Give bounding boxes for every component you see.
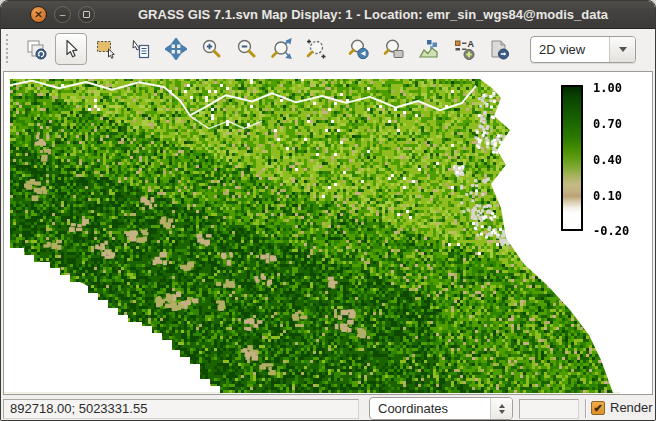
- statusbar-separator: [585, 399, 586, 418]
- save-display-button[interactable]: [483, 33, 515, 65]
- legend-label: 0.40: [593, 153, 622, 167]
- map-toolbar: A 2D view: [1, 29, 655, 69]
- render-checkbox-label: Render: [610, 400, 653, 415]
- grass-map-display-window: ✕ – GRASS GIS 7.1.svn Map Display: 1 - L…: [0, 0, 656, 421]
- zoom-out-button[interactable]: [230, 33, 262, 65]
- view-mode-dropdown[interactable]: 2D view: [530, 36, 636, 63]
- statusbar-mode-value: Coordinates: [370, 401, 490, 416]
- zoom-options-icon: [383, 38, 405, 60]
- zoom-to-region-icon: [305, 38, 327, 60]
- toolbar-grip-handle[interactable]: [4, 34, 11, 64]
- close-icon[interactable]: ✕: [30, 6, 47, 23]
- query-button[interactable]: [125, 33, 157, 65]
- pointer-button[interactable]: [55, 33, 87, 65]
- select-features-icon: [95, 38, 117, 60]
- zoom-to-region-button[interactable]: [300, 33, 332, 65]
- coordinate-readout: 892718.00; 5023331.55: [3, 399, 359, 419]
- add-map-elements-icon: A: [453, 38, 475, 60]
- statusbar: 892718.00; 5023331.55 Coordinates ✔ Rend…: [1, 396, 655, 421]
- spinner-arrows-icon[interactable]: [490, 398, 512, 419]
- pan-icon: [165, 38, 187, 60]
- legend-label: -0.20: [593, 224, 629, 238]
- add-map-elements-button[interactable]: A: [448, 33, 480, 65]
- analyze-map-button[interactable]: [413, 33, 445, 65]
- view-mode-value: 2D view: [531, 42, 609, 57]
- pointer-icon: [60, 38, 82, 60]
- render-map-icon: [25, 38, 47, 60]
- query-icon: [130, 38, 152, 60]
- select-features-button[interactable]: [90, 33, 122, 65]
- map-display-area: 1.00 0.70 0.40 0.10 -0.20: [3, 71, 653, 395]
- chevron-down-icon: [619, 47, 627, 52]
- zoom-to-extent-button[interactable]: [265, 33, 297, 65]
- raster-legend: 1.00 0.70 0.40 0.10 -0.20: [561, 85, 641, 235]
- pan-button[interactable]: [160, 33, 192, 65]
- titlebar[interactable]: ✕ – GRASS GIS 7.1.svn Map Display: 1 - L…: [1, 1, 655, 29]
- legend-label: 0.10: [593, 189, 622, 203]
- save-display-icon: [488, 38, 510, 60]
- statusbar-progress-area: [519, 399, 579, 419]
- legend-label: 0.70: [593, 117, 622, 131]
- render-checkbox[interactable]: ✔: [591, 401, 605, 415]
- zoom-in-icon: [200, 38, 222, 60]
- zoom-out-icon: [235, 38, 257, 60]
- legend-label: 1.00: [593, 81, 622, 95]
- zoom-options-button[interactable]: [378, 33, 410, 65]
- analyze-map-icon: [418, 38, 440, 60]
- dropdown-arrow-button[interactable]: [609, 37, 635, 62]
- zoom-in-button[interactable]: [195, 33, 227, 65]
- zoom-back-button[interactable]: [343, 33, 375, 65]
- window-title: GRASS GIS 7.1.svn Map Display: 1 - Locat…: [111, 1, 635, 29]
- statusbar-mode-dropdown[interactable]: Coordinates: [369, 397, 513, 420]
- zoom-back-icon: [348, 38, 370, 60]
- render-map-button[interactable]: [20, 33, 52, 65]
- minimize-icon[interactable]: –: [54, 6, 71, 23]
- zoom-to-extent-icon: [270, 38, 292, 60]
- legend-color-bar: [561, 85, 583, 231]
- map-canvas[interactable]: [4, 72, 652, 394]
- svg-text:A: A: [468, 39, 475, 49]
- maximize-icon[interactable]: [78, 6, 95, 23]
